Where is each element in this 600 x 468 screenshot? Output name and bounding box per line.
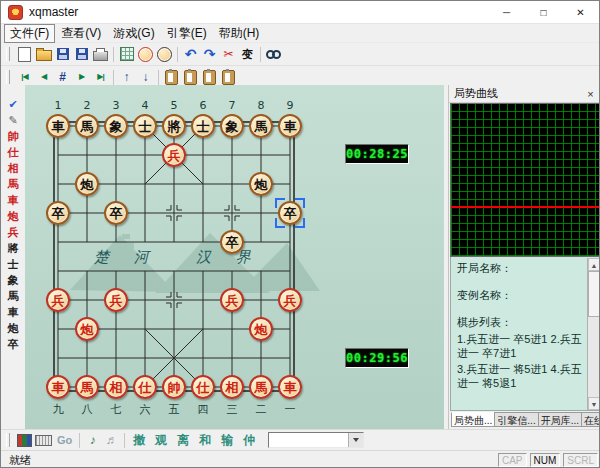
first-move-button[interactable]: |◀ — [15, 68, 34, 87]
board-piece[interactable]: 兵 — [220, 288, 244, 312]
open-file-button[interactable] — [34, 45, 53, 64]
copy-fen-button[interactable] — [181, 68, 200, 87]
books-button[interactable] — [15, 431, 34, 450]
new-file-button[interactable] — [15, 45, 34, 64]
scroll-down-icon[interactable]: ▼ — [588, 397, 600, 410]
black-king-button[interactable]: 將 — [3, 241, 23, 256]
red-advisor-button[interactable]: 仕 — [3, 145, 23, 160]
tab-online[interactable]: 在线下... — [581, 412, 600, 427]
go-button[interactable]: Go — [53, 434, 76, 446]
tab-opening-book[interactable]: 开局库... — [538, 412, 582, 427]
board-piece[interactable]: 馬 — [249, 375, 273, 399]
board-piece[interactable]: 馬 — [249, 114, 273, 138]
sound-off-button[interactable]: ♬ — [102, 431, 121, 450]
bian-button[interactable]: 变 — [238, 45, 257, 64]
piece-red-button[interactable] — [136, 45, 155, 64]
minimize-button[interactable]: ─ — [488, 1, 525, 23]
board-piece[interactable]: 卒 — [104, 201, 128, 225]
comment-up-button[interactable]: ↑ — [117, 68, 136, 87]
piece-black-button[interactable] — [155, 45, 174, 64]
tab-curve[interactable]: 局势曲... — [451, 412, 495, 427]
board-piece[interactable]: 炮 — [75, 317, 99, 341]
board-piece[interactable]: 車 — [278, 375, 302, 399]
info-scrollbar[interactable]: ▲ ▼ — [587, 258, 600, 410]
menu-item-view[interactable]: 查看(V) — [55, 24, 107, 43]
scroll-up-icon[interactable]: ▲ — [588, 258, 600, 271]
paste-board-button[interactable] — [200, 68, 219, 87]
board-piece[interactable]: 卒 — [46, 201, 70, 225]
board-piece[interactable]: 兵 — [278, 288, 302, 312]
red-king-button[interactable]: 帥 — [3, 129, 23, 144]
board-piece[interactable]: 馬 — [75, 114, 99, 138]
red-chariot-button[interactable]: 車 — [3, 193, 23, 208]
red-elephant-button[interactable]: 相 — [3, 161, 23, 176]
tab-engine-info[interactable]: 引擎信... — [494, 412, 538, 427]
draw-offer-button[interactable]: 和 — [194, 432, 216, 449]
last-move-button[interactable]: ▶| — [91, 68, 110, 87]
dropdown-arrow-icon[interactable] — [348, 433, 363, 447]
board-piece[interactable]: 兵 — [46, 288, 70, 312]
board-piece[interactable]: 相 — [220, 375, 244, 399]
board-piece[interactable]: 車 — [278, 114, 302, 138]
board-panel[interactable]: 123456789九八七六五四三二一楚 河汉 界 00:28:25 00:29:… — [25, 85, 444, 429]
board-piece[interactable]: 相 — [104, 375, 128, 399]
setup-board-button[interactable] — [117, 45, 136, 64]
menu-item-file[interactable]: 文件(F) — [4, 24, 55, 43]
find-button[interactable] — [264, 45, 283, 64]
menu-item-engine[interactable]: 引擎(E) — [161, 24, 213, 43]
toolbar-grip[interactable] — [6, 433, 10, 447]
undo-move-button[interactable]: ↶ — [181, 45, 200, 64]
copy-board-button[interactable] — [219, 68, 238, 87]
next-move-button[interactable]: ▶ — [72, 68, 91, 87]
black-horse-button[interactable]: 馬 — [3, 289, 23, 304]
redo-move-button[interactable]: ↷ — [200, 45, 219, 64]
board-piece[interactable]: 炮 — [249, 172, 273, 196]
undo-request-button[interactable]: 撤 — [128, 432, 150, 449]
board-piece[interactable]: 士 — [133, 114, 157, 138]
board-piece[interactable]: 仕 — [191, 375, 215, 399]
cut-button[interactable]: ✂ — [219, 45, 238, 64]
board-piece[interactable]: 兵 — [162, 143, 186, 167]
save-all-button[interactable] — [72, 45, 91, 64]
move-list[interactable]: 1.兵五进一 卒5进1 2.兵五进一 卒7进13.兵五进一 将5进1 4.兵五进… — [457, 332, 583, 390]
board-piece[interactable]: 卒 — [278, 201, 302, 225]
board-piece[interactable]: 象 — [104, 114, 128, 138]
edit-button[interactable]: ✎ — [3, 113, 23, 128]
confirm-button[interactable]: ✔ — [3, 97, 23, 112]
board-piece[interactable]: 馬 — [75, 375, 99, 399]
move-number-button[interactable]: # — [53, 68, 72, 87]
toolbar-grip[interactable] — [6, 70, 10, 84]
board-piece[interactable]: 將 — [162, 114, 186, 138]
board-piece[interactable]: 卒 — [220, 230, 244, 254]
comment-down-button[interactable]: ↓ — [136, 68, 155, 87]
black-elephant-button[interactable]: 象 — [3, 273, 23, 288]
board-piece[interactable]: 兵 — [104, 288, 128, 312]
board-piece[interactable]: 士 — [191, 114, 215, 138]
menu-item-game[interactable]: 游戏(G) — [107, 24, 160, 43]
board-piece[interactable]: 仕 — [133, 375, 157, 399]
black-cannon-button[interactable]: 炮 — [3, 321, 23, 336]
close-icon[interactable]: × — [583, 87, 598, 101]
save-file-button[interactable] — [53, 45, 72, 64]
board-piece[interactable]: 帥 — [162, 375, 186, 399]
maximize-button[interactable]: □ — [525, 1, 562, 23]
prev-move-button[interactable]: ◀ — [34, 68, 53, 87]
board-piece[interactable]: 車 — [46, 114, 70, 138]
black-pawn-button[interactable]: 卒 — [3, 337, 23, 352]
board-piece[interactable]: 象 — [220, 114, 244, 138]
board-piece[interactable]: 炮 — [249, 317, 273, 341]
close-button[interactable]: ✕ — [562, 1, 599, 23]
print-button[interactable] — [91, 45, 110, 64]
move-combobox[interactable] — [268, 432, 364, 448]
observe-button[interactable]: 观 — [150, 432, 172, 449]
resign-button[interactable]: 输 — [216, 432, 238, 449]
red-horse-button[interactable]: 馬 — [3, 177, 23, 192]
sound-on-button[interactable]: ♪ — [83, 431, 102, 450]
board-piece[interactable]: 車 — [46, 375, 70, 399]
leave-button[interactable]: 离 — [172, 432, 194, 449]
black-advisor-button[interactable]: 士 — [3, 257, 23, 272]
toolbar-grip[interactable] — [6, 47, 10, 61]
paste-fen-button[interactable] — [162, 68, 181, 87]
board-piece[interactable]: 炮 — [75, 172, 99, 196]
menu-item-help[interactable]: 帮助(H) — [213, 24, 266, 43]
